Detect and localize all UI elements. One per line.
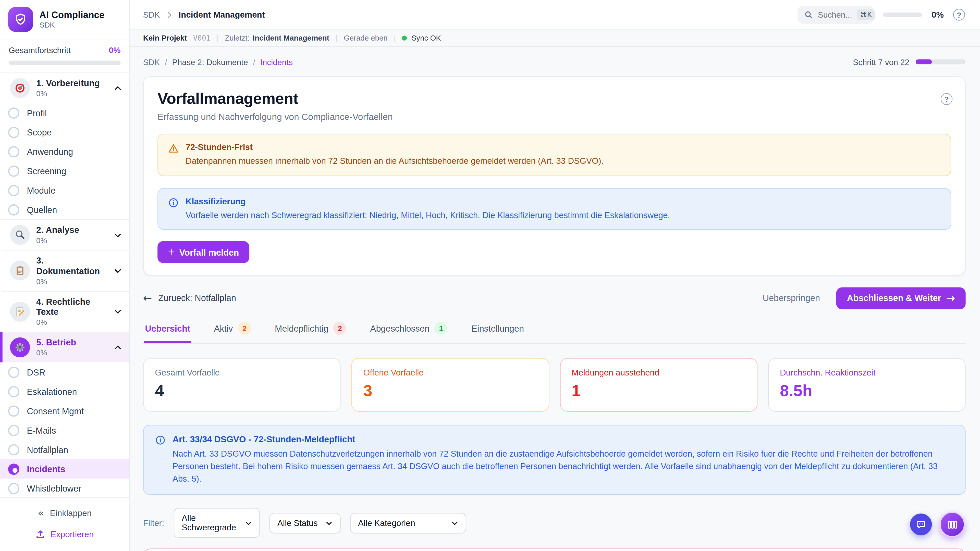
- sidebar-item-screening[interactable]: Screening: [0, 161, 129, 181]
- chevron-down-icon: [114, 267, 122, 275]
- crumb-phase[interactable]: Phase 2: Dokumente: [172, 57, 248, 67]
- back-link[interactable]: ← Zurueck: Notfallplan: [143, 293, 236, 303]
- step-label: Schritt 7 von 22: [853, 57, 909, 67]
- severity-filter-select[interactable]: Alle Schweregrade: [173, 508, 260, 538]
- help-icon[interactable]: ?: [941, 93, 953, 105]
- tab-uebersicht[interactable]: Uebersicht: [144, 319, 191, 343]
- report-incident-button[interactable]: + Vorfall melden: [158, 241, 250, 263]
- item-radio-icon: [8, 165, 19, 176]
- divider: |: [336, 34, 338, 42]
- complete-continue-button[interactable]: Abschliessen & Weiter →: [836, 287, 966, 309]
- upload-icon: [36, 530, 45, 539]
- item-label: Consent Mgmt: [27, 406, 84, 416]
- item-radio-icon: [8, 146, 19, 157]
- tab-count-badge: 2: [238, 322, 251, 335]
- stat-gesamt-vorfaelle: Gesamt Vorfaelle 4: [143, 358, 341, 412]
- sidebar-item-dsr[interactable]: DSR: [0, 362, 129, 382]
- chevron-down-icon: [114, 231, 122, 239]
- stat-value: 3: [363, 381, 537, 400]
- info-icon: [168, 197, 179, 221]
- sidebar-item-eskalationen[interactable]: Eskalationen: [0, 382, 129, 401]
- search-input[interactable]: Suchen... ⌘K: [798, 6, 874, 24]
- item-label: DSR: [27, 367, 45, 377]
- item-radio-icon: [8, 425, 19, 436]
- info-body: Vorfaelle werden nach Schweregrad klassi…: [186, 209, 670, 221]
- tab-count-badge: 2: [333, 322, 346, 335]
- main-column: SDK Incident Management Suchen... ⌘K 0% …: [130, 0, 980, 551]
- sidebar-item-consent-mgmt[interactable]: Consent Mgmt: [0, 401, 129, 421]
- back-link-label: Zurueck: Notfallplan: [158, 293, 236, 303]
- section-percent: 0%: [36, 89, 107, 98]
- incident-card[interactable]: INC-2026-000003 Kritisch Ransomware Geme…: [143, 549, 966, 551]
- sync-status-dot: [402, 36, 407, 41]
- tab-aktiv[interactable]: Aktiv2: [213, 319, 252, 343]
- sidebar-item-module[interactable]: Module: [0, 181, 129, 200]
- sidebar-item-whistleblower[interactable]: Whistleblower: [0, 478, 129, 497]
- app-title: AI Compliance: [39, 9, 104, 20]
- item-radio-icon: [8, 386, 19, 397]
- sidebar-item-incidents[interactable]: Incidents: [0, 459, 129, 478]
- export-button[interactable]: Exportieren: [6, 526, 123, 544]
- item-label: Eskalationen: [27, 386, 77, 396]
- sidebar-item-scope[interactable]: Scope: [0, 122, 129, 142]
- topbar-progress-bar: [883, 13, 922, 17]
- item-label: Scope: [27, 127, 52, 137]
- sidebar-section-betrieb[interactable]: 5. Betrieb 0%: [0, 332, 129, 362]
- category-filter-select[interactable]: Alle Kategorien: [350, 513, 466, 534]
- sidebar-nav: 1. Vorbereitung 0% Profil Scope Anwendun…: [0, 73, 129, 497]
- sidebar-item-notfallplan[interactable]: Notfallplan: [0, 440, 129, 459]
- last-value: Incident Management: [253, 34, 329, 42]
- chat-icon: [916, 519, 926, 530]
- sidebar-item-profil[interactable]: Profil: [0, 103, 129, 122]
- section-title: 4. Rechtliche Texte: [36, 297, 107, 318]
- memo-icon: [10, 302, 30, 322]
- overall-progress-value: 0%: [109, 46, 121, 55]
- status-bar: Kein Projekt V001 | Zuletzt: Incident Ma…: [130, 30, 980, 47]
- chevron-down-icon: [245, 519, 251, 527]
- wizard-nav-row: ← Zurueck: Notfallplan Ueberspringen Abs…: [143, 286, 966, 310]
- sidebar-item-anwendung[interactable]: Anwendung: [0, 142, 129, 161]
- skip-button[interactable]: Ueberspringen: [762, 293, 820, 303]
- overall-progress: Gesamtfortschritt 0%: [0, 39, 129, 73]
- tab-abgeschlossen[interactable]: Abgeschlossen1: [369, 319, 449, 343]
- dsgvo-body: Nach Art. 33 DSGVO muessen Datenschutzve…: [172, 448, 954, 486]
- sidebar-section-rechtliche-texte[interactable]: 4. Rechtliche Texte 0%: [0, 291, 129, 332]
- info-icon: [155, 435, 165, 486]
- item-label: E-Mails: [27, 425, 56, 435]
- tab-meldepflichtig[interactable]: Meldepflichtig2: [274, 319, 348, 343]
- tab-einstellungen[interactable]: Einstellungen: [470, 319, 525, 343]
- breadcrumb-root[interactable]: SDK: [143, 10, 160, 19]
- status-filter-select[interactable]: Alle Status: [269, 513, 340, 534]
- stat-offene-vorfaelle: Offene Vorfaelle 3: [352, 358, 549, 412]
- sidebar-item-emails[interactable]: E-Mails: [0, 421, 129, 440]
- status-filter-value: Alle Status: [277, 519, 318, 528]
- sidebar-section-analyse[interactable]: 2. Analyse 0%: [0, 219, 129, 250]
- crumb-sdk[interactable]: SDK: [143, 57, 160, 67]
- chat-button[interactable]: [910, 513, 932, 535]
- project-name: Kein Projekt: [143, 34, 187, 42]
- columns-button[interactable]: [939, 512, 965, 537]
- tab-label: Meldepflichtig: [275, 324, 328, 333]
- deadline-warning-box: 72-Stunden-Frist Datenpannen muessen inn…: [158, 134, 951, 176]
- stat-value: 4: [155, 381, 329, 400]
- tab-label: Einstellungen: [471, 324, 524, 333]
- collapse-sidebar-button[interactable]: « Einklappen: [6, 503, 123, 523]
- search-shortcut-badge: ⌘K: [857, 10, 875, 20]
- chevron-up-icon: [114, 343, 122, 351]
- page-subtitle: Erfassung und Nachverfolgung von Complia…: [158, 112, 951, 122]
- item-radio-icon: [8, 405, 19, 416]
- last-label: Zuletzt:: [225, 34, 249, 42]
- stat-value: 8.5h: [780, 381, 954, 400]
- section-items-vorbereitung: Profil Scope Anwendung Screening Module …: [0, 103, 129, 219]
- item-radio-icon: [8, 185, 19, 196]
- sidebar-section-dokumentation[interactable]: 3. Dokumentation 0%: [0, 250, 129, 291]
- export-label: Exportieren: [51, 530, 94, 539]
- sidebar-section-vorbereitung[interactable]: 1. Vorbereitung 0%: [0, 73, 129, 103]
- collapse-label: Einklappen: [50, 508, 92, 518]
- page-title: Vorfallmanagement: [158, 89, 951, 107]
- item-radio-icon: [8, 204, 19, 215]
- item-radio-icon: [8, 444, 19, 455]
- item-radio-icon: [8, 483, 19, 494]
- help-icon[interactable]: ?: [953, 9, 965, 21]
- sidebar-item-quellen[interactable]: Quellen: [0, 200, 129, 219]
